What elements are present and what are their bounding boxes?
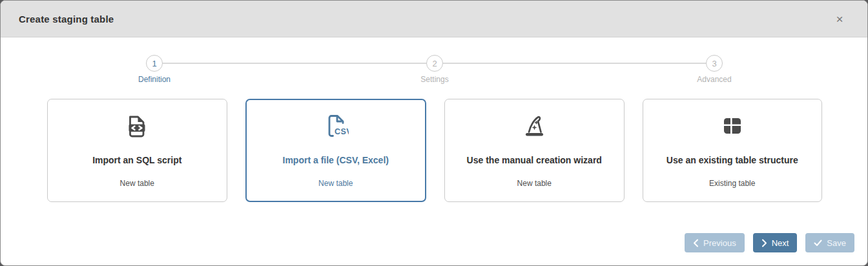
- sql-file-icon: [125, 113, 149, 139]
- step-definition[interactable]: 1 Definition: [109, 55, 200, 84]
- creation-options: Import an SQL script New table CSV Impor…: [47, 99, 822, 202]
- step-label: Settings: [420, 75, 448, 84]
- previous-button-label: Previous: [703, 238, 736, 248]
- svg-text:CSV: CSV: [335, 127, 349, 136]
- card-title: Use the manual creation wizard: [467, 155, 602, 165]
- table-structure-icon: [719, 113, 745, 139]
- dialog-footer: Previous Next Save: [685, 233, 854, 252]
- previous-button[interactable]: Previous: [685, 233, 745, 252]
- create-staging-table-dialog: Create staging table × 1 Definition 2 Se…: [0, 0, 868, 266]
- save-button[interactable]: Save: [805, 233, 854, 252]
- card-title: Import an SQL script: [92, 155, 181, 165]
- stepper-connector: [163, 63, 426, 64]
- step-advanced[interactable]: 3 Advanced: [669, 55, 760, 84]
- save-button-label: Save: [827, 238, 846, 248]
- step-label: Definition: [138, 75, 170, 84]
- dialog-title: Create staging table: [19, 14, 114, 25]
- step-settings[interactable]: 2 Settings: [389, 55, 480, 84]
- step-label: Advanced: [697, 75, 731, 84]
- step-number: 1: [146, 55, 163, 72]
- dialog-header: Create staging table ×: [1, 1, 867, 37]
- card-subtitle: New table: [318, 179, 353, 188]
- wizard-stepper: 1 Definition 2 Settings 3 Advanced: [1, 38, 867, 90]
- next-button-label: Next: [772, 238, 789, 248]
- card-title: Import a file (CSV, Excel): [283, 155, 389, 165]
- chevron-left-icon: [693, 239, 699, 247]
- check-icon: [814, 240, 822, 247]
- card-existing-table-structure[interactable]: Use an existing table structure Existing…: [643, 99, 823, 202]
- card-subtitle: New table: [120, 179, 154, 188]
- stepper-connector: [443, 63, 706, 64]
- card-subtitle: New table: [517, 179, 552, 188]
- chevron-right-icon: [761, 239, 767, 247]
- next-button[interactable]: Next: [753, 233, 798, 252]
- card-import-file-csv-excel[interactable]: CSV Import a file (CSV, Excel) New table: [245, 99, 427, 202]
- card-import-sql-script[interactable]: Import an SQL script New table: [47, 99, 227, 202]
- wizard-hat-icon: [521, 113, 548, 139]
- close-icon[interactable]: ×: [830, 9, 849, 28]
- card-manual-creation-wizard[interactable]: Use the manual creation wizard New table: [444, 99, 625, 202]
- card-subtitle: Existing table: [709, 179, 755, 188]
- step-number: 2: [426, 55, 443, 72]
- step-number: 3: [706, 55, 723, 72]
- card-title: Use an existing table structure: [666, 155, 798, 165]
- csv-file-icon: CSV: [323, 113, 349, 139]
